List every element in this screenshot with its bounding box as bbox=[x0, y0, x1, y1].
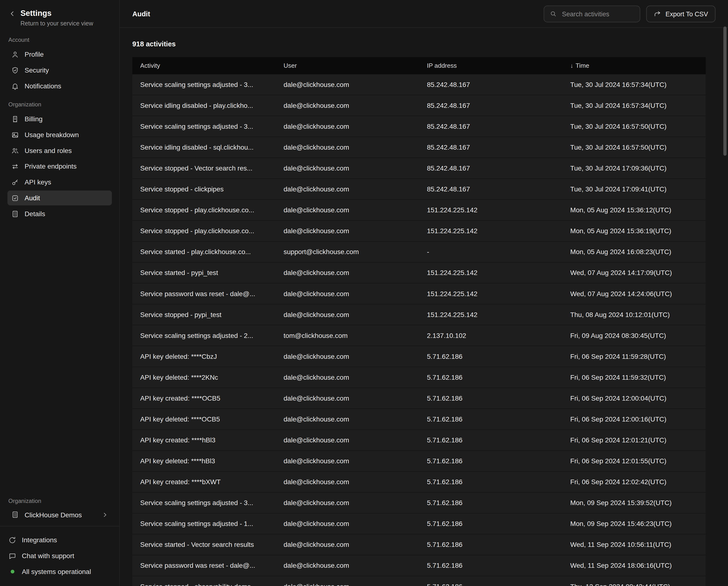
table-row[interactable]: API key deleted: ****2KNc dale@clickhous… bbox=[132, 367, 706, 388]
sidebar-item-label: Profile bbox=[25, 50, 44, 59]
table-row[interactable]: API key created: ****bXWT dale@clickhous… bbox=[132, 472, 706, 493]
sidebar-item-billing[interactable]: Billing bbox=[7, 112, 112, 126]
table-row[interactable]: Service scaling settings adjusted - 3...… bbox=[132, 74, 706, 95]
building-icon bbox=[11, 511, 19, 518]
table-row[interactable]: Service started - pypi_test dale@clickho… bbox=[132, 263, 706, 284]
cell-time: Tue, 30 Jul 2024 17:09:36(UTC) bbox=[563, 165, 706, 172]
key-icon bbox=[11, 178, 19, 186]
export-csv-button[interactable]: Export To CSV bbox=[646, 5, 715, 22]
table-row[interactable]: Service idling disabled - play.clickho..… bbox=[132, 95, 706, 116]
cell-user: dale@clickhouse.com bbox=[276, 353, 419, 360]
arrows-swap-icon bbox=[11, 162, 19, 170]
cell-time: Fri, 06 Sep 2024 12:01:21(UTC) bbox=[563, 436, 706, 444]
section-label-organization: Organization bbox=[0, 94, 119, 111]
cell-user: dale@clickhouse.com bbox=[276, 436, 419, 444]
table-row[interactable]: API key created: ****hBl3 dale@clickhous… bbox=[132, 430, 706, 451]
table-row[interactable]: Service started - play.clickhouse.co... … bbox=[132, 242, 706, 263]
table-row[interactable]: Service password was reset - dale@... da… bbox=[132, 284, 706, 304]
cell-time: Mon, 05 Aug 2024 15:36:12(UTC) bbox=[563, 206, 706, 214]
cell-activity: Service stopped - play.clickhouse.co... bbox=[132, 227, 276, 235]
header-actions: Export To CSV bbox=[544, 5, 716, 22]
table-row[interactable]: Service idling disabled - sql.clickhou..… bbox=[132, 137, 706, 158]
settings-subtitle[interactable]: Return to your service view bbox=[20, 20, 93, 27]
cell-activity: Service scaling settings adjusted - 3... bbox=[132, 499, 276, 507]
settings-app: Settings Return to your service view Acc… bbox=[0, 0, 728, 586]
cell-ip: 85.242.48.167 bbox=[419, 165, 562, 172]
table-row[interactable]: API key deleted: ****hBl3 dale@clickhous… bbox=[132, 451, 706, 472]
table-row[interactable]: API key deleted: ****CbzJ dale@clickhous… bbox=[132, 346, 706, 367]
table-row[interactable]: Service stopped - play.clickhouse.co... … bbox=[132, 200, 706, 221]
cell-user: dale@clickhouse.com bbox=[276, 395, 419, 402]
sidebar-item-details[interactable]: Details bbox=[7, 206, 112, 221]
cell-activity: Service started - pypi_test bbox=[132, 269, 276, 276]
table-row[interactable]: Service stopped - observability-demo dal… bbox=[132, 576, 706, 586]
cell-activity: Service started - play.clickhouse.co... bbox=[132, 248, 276, 255]
table-row[interactable]: Service stopped - Vector search res... d… bbox=[132, 158, 706, 179]
sidebar-item-integrations[interactable]: Integrations bbox=[0, 532, 119, 548]
cell-activity: Service stopped - pypi_test bbox=[132, 311, 276, 318]
cell-time: Thu, 12 Sep 2024 08:42:44(UTC) bbox=[563, 583, 706, 586]
sidebar-item-private-endpoints[interactable]: Private endpoints bbox=[7, 159, 112, 174]
section-label-account: Account bbox=[0, 29, 119, 47]
sidebar-item-users-and-roles[interactable]: Users and roles bbox=[7, 143, 112, 158]
vertical-scrollbar[interactable] bbox=[723, 26, 727, 156]
sidebar-item-label: Billing bbox=[25, 114, 43, 124]
search-input[interactable] bbox=[561, 9, 634, 18]
table-row[interactable]: Service started - Vector search results … bbox=[132, 534, 706, 555]
table-row[interactable]: Service scaling settings adjusted - 3...… bbox=[132, 116, 706, 137]
table-row[interactable]: Service password was reset - dale@... da… bbox=[132, 555, 706, 576]
receipt-icon bbox=[11, 115, 19, 123]
search-box[interactable] bbox=[544, 5, 641, 22]
table-row[interactable]: Service scaling settings adjusted - 3...… bbox=[132, 493, 706, 513]
table-row[interactable]: API key created: ****OCB5 dale@clickhous… bbox=[132, 388, 706, 409]
cell-user: dale@clickhouse.com bbox=[276, 415, 419, 423]
cell-time: Fri, 06 Sep 2024 12:00:16(UTC) bbox=[563, 415, 706, 423]
sidebar-item-label: API keys bbox=[25, 177, 51, 187]
sidebar-item-usage-breakdown[interactable]: Usage breakdown bbox=[7, 127, 112, 142]
table-row[interactable]: Service scaling settings adjusted - 2...… bbox=[132, 325, 706, 346]
cell-ip: 85.242.48.167 bbox=[419, 186, 562, 193]
main-header: Audit Export To CSV bbox=[120, 0, 728, 28]
sidebar-item-chat-support[interactable]: Chat with support bbox=[0, 548, 119, 564]
cell-ip: 5.71.62.186 bbox=[419, 374, 562, 381]
sidebar-item-api-keys[interactable]: API keys bbox=[7, 175, 112, 190]
sidebar-item-security[interactable]: Security bbox=[7, 63, 112, 78]
cell-ip: 85.242.48.167 bbox=[419, 144, 562, 151]
cell-user: dale@clickhouse.com bbox=[276, 102, 419, 109]
table-row[interactable]: API key deleted: ****OCB5 dale@clickhous… bbox=[132, 409, 706, 430]
table-row[interactable]: Service stopped - play.clickhouse.co... … bbox=[132, 221, 706, 242]
cell-user: dale@clickhouse.com bbox=[276, 269, 419, 276]
sidebar-item-audit[interactable]: Audit bbox=[7, 191, 112, 205]
column-header-ip[interactable]: IP address bbox=[419, 62, 562, 69]
audit-content: 918 activities Activity User IP address … bbox=[120, 28, 728, 586]
cell-activity: Service idling disabled - sql.clickhou..… bbox=[132, 144, 276, 151]
chevron-right-icon bbox=[102, 511, 108, 518]
column-header-time[interactable]: ↓ Time bbox=[563, 62, 706, 69]
sidebar-item-profile[interactable]: Profile bbox=[7, 47, 112, 62]
system-status[interactable]: All systems operational bbox=[0, 564, 119, 580]
cell-time: Tue, 30 Jul 2024 17:09:41(UTC) bbox=[563, 186, 706, 193]
chevron-left-icon[interactable] bbox=[8, 10, 16, 18]
cell-activity: Service scaling settings adjusted - 3... bbox=[132, 81, 276, 89]
cell-activity: Service scaling settings adjusted - 1... bbox=[132, 520, 276, 528]
cell-activity: Service stopped - clickpipes bbox=[132, 186, 276, 193]
sync-icon bbox=[8, 536, 16, 544]
cell-activity: API key created: ****bXWT bbox=[132, 478, 276, 486]
footer-item-label: Integrations bbox=[22, 535, 57, 545]
table-row[interactable]: Service stopped - pypi_test dale@clickho… bbox=[132, 304, 706, 325]
column-header-activity[interactable]: Activity bbox=[132, 62, 276, 69]
cell-time: Mon, 09 Sep 2024 15:39:52(UTC) bbox=[563, 499, 706, 507]
cell-activity: Service stopped - Vector search res... bbox=[132, 165, 276, 172]
cell-user: dale@clickhouse.com bbox=[276, 583, 419, 586]
column-header-user[interactable]: User bbox=[276, 62, 419, 69]
cell-ip: 5.71.62.186 bbox=[419, 436, 562, 444]
org-selector[interactable]: ClickHouse Demos bbox=[7, 508, 112, 521]
cell-activity: Service scaling settings adjusted - 2... bbox=[132, 332, 276, 339]
cell-ip: 5.71.62.186 bbox=[419, 583, 562, 586]
checkbox-icon bbox=[11, 194, 19, 202]
cell-user: support@clickhouse.com bbox=[276, 248, 419, 255]
table-row[interactable]: Service stopped - clickpipes dale@clickh… bbox=[132, 179, 706, 200]
table-row[interactable]: Service scaling settings adjusted - 1...… bbox=[132, 513, 706, 534]
cell-ip: 5.71.62.186 bbox=[419, 457, 562, 465]
sidebar-item-notifications[interactable]: Notifications bbox=[7, 78, 112, 93]
